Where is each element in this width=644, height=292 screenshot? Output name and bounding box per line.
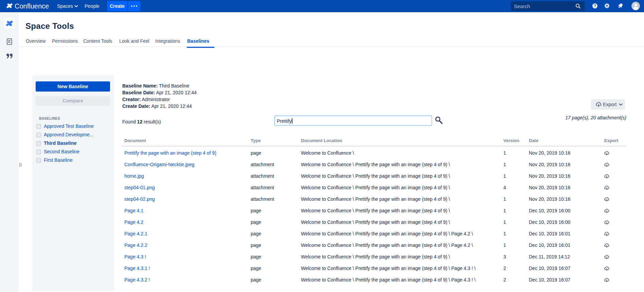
svg-text:?: ? bbox=[594, 4, 596, 8]
